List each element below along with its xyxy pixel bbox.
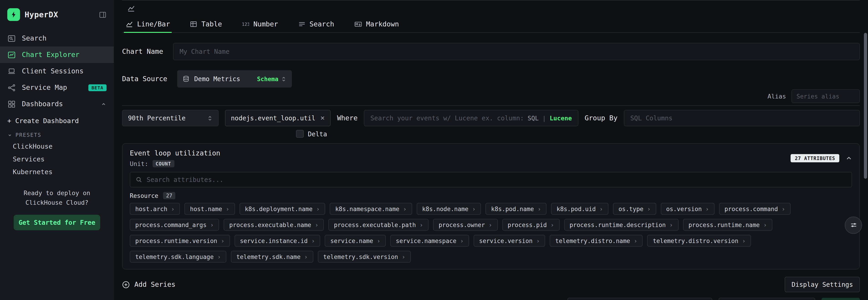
chevron-right-icon: › <box>460 237 464 244</box>
tab-number[interactable]: 123 Number <box>240 16 280 32</box>
chart-name-input[interactable] <box>180 48 854 55</box>
chevron-right-icon: › <box>537 206 541 212</box>
attribute-chip-label: telemetry.distro.name <box>555 237 630 244</box>
sidebar-item-client-sessions[interactable]: Client Sessions <box>0 63 114 79</box>
attribute-chip[interactable]: service.name› <box>325 235 386 247</box>
attribute-chip[interactable]: telemetry.sdk.name› <box>231 251 313 263</box>
attribute-chip[interactable]: telemetry.distro.name› <box>550 235 643 247</box>
chevron-updown-icon <box>207 115 213 121</box>
attribute-chip-label: process.command <box>724 206 778 212</box>
chevron-up-icon[interactable] <box>846 155 852 161</box>
tab-label: Markdown <box>366 20 399 28</box>
attribute-chip[interactable]: process.owner› <box>433 219 498 231</box>
attribute-chip[interactable]: telemetry.sdk.language› <box>130 251 226 263</box>
svg-text:123: 123 <box>242 21 249 27</box>
chevron-right-icon: › <box>764 221 767 228</box>
sidebar-item-dashboards[interactable]: Dashboards <box>0 96 114 112</box>
time-range-picker[interactable]: Mar 2 12:47:01 - Mar 2 13:47:01 <box>568 298 712 300</box>
vertical-scrollbar[interactable] <box>864 33 867 179</box>
create-dashboard-button[interactable]: + Create Dashboard <box>0 112 114 127</box>
metric-title: Event loop utilization <box>130 149 220 157</box>
attribute-chip[interactable]: host.name› <box>185 203 235 215</box>
group-by-input[interactable] <box>630 114 854 122</box>
attribute-chip-label: os.version <box>666 206 702 212</box>
attribute-chip[interactable]: process.pid› <box>502 219 559 231</box>
attributes-search-input[interactable] <box>147 176 846 183</box>
run-button[interactable]: Run <box>821 298 860 300</box>
aggregation-select[interactable]: 90th Percentile <box>122 110 219 126</box>
chevron-right-icon: › <box>377 237 380 244</box>
attribute-chip[interactable]: service.instance.id› <box>235 235 320 247</box>
sidebar-nav: Search Chart Explorer Client Sessions Se… <box>0 30 114 112</box>
tab-search[interactable]: Search <box>296 16 336 32</box>
group-by-label: Group By <box>585 114 618 122</box>
delta-label: Delta <box>308 130 327 137</box>
add-series-button[interactable]: Add Series <box>122 280 176 289</box>
divider <box>122 105 860 106</box>
presets-label: PRESETS <box>16 132 41 138</box>
chart-icon[interactable] <box>127 4 135 11</box>
schema-toggle[interactable]: Schema <box>257 76 287 82</box>
attribute-chip-label: process.executable.name <box>229 221 311 228</box>
attribute-chip[interactable]: k8s.deployment.name› <box>239 203 325 215</box>
sidebar-item-label: Service Map <box>22 83 67 92</box>
tab-markdown[interactable]: Markdown <box>352 16 401 32</box>
attribute-chip[interactable]: k8s.namespace.name› <box>330 203 412 215</box>
preset-item-kubernetes[interactable]: Kubernetes <box>0 165 114 178</box>
series-row: 90th Percentile nodejs.event_loop.util ×… <box>122 110 860 126</box>
tab-label: Search <box>309 20 334 28</box>
attribute-chip[interactable]: k8s.pod.name› <box>486 203 547 215</box>
metric-chip[interactable]: nodejs.event_loop.util × <box>225 110 331 126</box>
attribute-chip[interactable]: process.executable.name› <box>224 219 324 231</box>
attribute-chip[interactable]: process.runtime.name› <box>683 219 772 231</box>
attribute-chip[interactable]: process.runtime.description› <box>564 219 678 231</box>
delta-checkbox[interactable] <box>296 130 304 138</box>
display-settings-button[interactable]: Display Settings <box>785 277 860 292</box>
attribute-chip[interactable]: telemetry.sdk.version› <box>318 251 410 263</box>
attribute-chip-label: telemetry.sdk.name <box>236 253 301 260</box>
attribute-chip-label: telemetry.sdk.language <box>135 253 214 260</box>
where-label: Where <box>337 114 358 122</box>
attribute-chip[interactable]: telemetry.distro.version› <box>647 235 751 247</box>
alias-input[interactable] <box>797 93 855 100</box>
sidebar-item-label: Search <box>22 34 46 43</box>
preset-item-clickhouse[interactable]: ClickHouse <box>0 140 114 153</box>
attribute-chip[interactable]: process.command› <box>719 203 790 215</box>
attribute-chip-label: service.name <box>331 237 373 244</box>
attribute-chip[interactable]: host.arch› <box>130 203 180 215</box>
tab-table[interactable]: Table <box>188 16 224 32</box>
sidebar-item-chart-explorer[interactable]: Chart Explorer <box>0 47 114 63</box>
attribute-chip[interactable]: k8s.node.name› <box>417 203 481 215</box>
preset-item-services[interactable]: Services <box>0 153 114 165</box>
brand[interactable]: HyperDX <box>7 8 58 21</box>
presets-header[interactable]: PRESETS <box>0 127 114 140</box>
data-source-select[interactable]: Demo Metrics Schema <box>177 70 292 87</box>
attribute-chip-label: telemetry.distro.version <box>653 237 738 244</box>
deploy-text: Ready to deploy on ClickHouse Cloud? <box>8 188 106 208</box>
lucene-toggle-option[interactable]: Lucene <box>550 114 572 122</box>
chevron-right-icon: › <box>647 206 651 212</box>
add-series-label: Add Series <box>134 280 176 289</box>
sidebar-item-service-map[interactable]: Service Map BETA <box>0 79 114 96</box>
sql-toggle-option[interactable]: SQL <box>528 114 539 122</box>
attribute-chip[interactable]: k8s.pod.uid› <box>551 203 609 215</box>
tab-line-bar[interactable]: Line/Bar <box>124 16 172 32</box>
chevron-right-icon: › <box>226 206 229 212</box>
attribute-chip[interactable]: os.version› <box>660 203 714 215</box>
attribute-chip[interactable]: service.version› <box>474 235 545 247</box>
filter-sliders-button[interactable] <box>845 216 862 234</box>
attribute-chip[interactable]: process.command_args› <box>130 219 219 231</box>
granularity-select[interactable]: Auto Granularity <box>718 298 815 300</box>
where-input[interactable] <box>370 114 523 122</box>
attribute-chip-label: service.version <box>479 237 533 244</box>
attribute-chip[interactable]: process.executable.path› <box>328 219 429 231</box>
attribute-chip[interactable]: os.type› <box>613 203 656 215</box>
chevron-right-icon: › <box>742 237 746 244</box>
get-started-button[interactable]: Get Started for Free <box>14 215 100 230</box>
sidebar-item-search[interactable]: Search <box>0 30 114 47</box>
attribute-chip[interactable]: service.namespace› <box>390 235 469 247</box>
sidebar-collapse-icon[interactable] <box>99 11 106 19</box>
query-language-toggle: SQL | Lucene <box>528 114 572 122</box>
attribute-chip[interactable]: process.runtime.version› <box>130 235 230 247</box>
close-icon[interactable]: × <box>320 114 325 122</box>
